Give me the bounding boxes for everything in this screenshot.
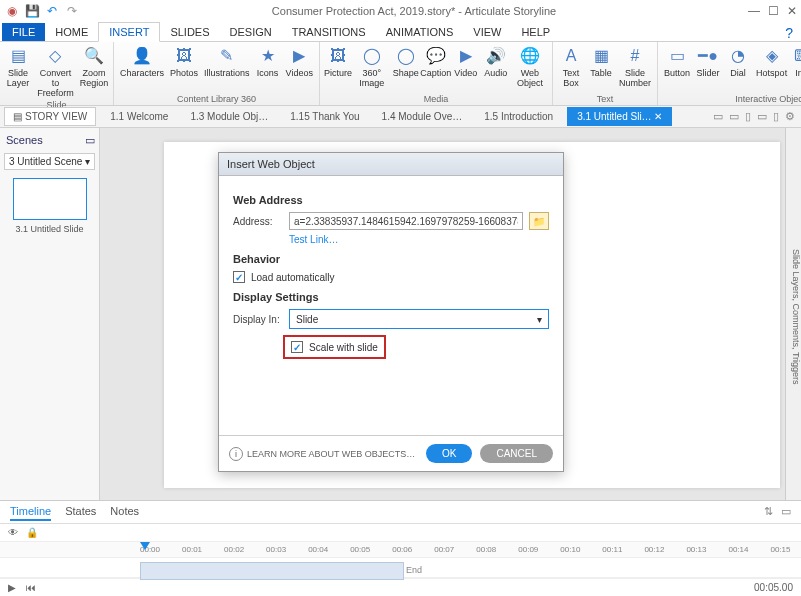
btn-characters[interactable]: 👤Characters bbox=[118, 44, 166, 80]
btn-shape[interactable]: ◯Shape bbox=[392, 44, 420, 80]
close-tab-icon[interactable]: ✕ bbox=[654, 111, 662, 122]
view-desktop-icon[interactable]: ▭ bbox=[713, 110, 723, 123]
cancel-button[interactable]: CANCEL bbox=[480, 444, 553, 463]
view-phone-land-icon[interactable]: ▭ bbox=[757, 110, 767, 123]
close-icon[interactable]: ✕ bbox=[787, 4, 797, 18]
btn-videos[interactable]: ▶Videos bbox=[284, 44, 315, 80]
ok-button[interactable]: OK bbox=[426, 444, 472, 463]
track-bar[interactable] bbox=[140, 562, 404, 580]
tab-view[interactable]: VIEW bbox=[463, 23, 511, 41]
btn-input[interactable]: ⌨Input bbox=[791, 44, 801, 80]
tab-transitions[interactable]: TRANSITIONS bbox=[282, 23, 376, 41]
dialog-title: Insert Web Object bbox=[219, 153, 563, 176]
address-label: Address: bbox=[233, 216, 283, 227]
btn-table[interactable]: ▦Table bbox=[587, 44, 615, 80]
btn-photos[interactable]: 🖼Photos bbox=[168, 44, 200, 80]
timeline-ruler[interactable]: 00:0000:0100:0200:0300:0400:0500:0600:07… bbox=[0, 542, 801, 558]
display-in-label: Display In: bbox=[233, 314, 283, 325]
section-display: Display Settings bbox=[233, 291, 549, 303]
load-auto-checkbox[interactable]: ✓ bbox=[233, 271, 245, 283]
insert-web-object-dialog: Insert Web Object Web Address Address: 📁… bbox=[218, 152, 564, 472]
tab-insert[interactable]: INSERT bbox=[98, 22, 160, 42]
btn-convert-freeform[interactable]: ◇Convert to Freeform bbox=[34, 44, 77, 100]
section-web-address: Web Address bbox=[233, 194, 549, 206]
chevron-down-icon: ▾ bbox=[537, 314, 542, 325]
story-view-button[interactable]: ▤STORY VIEW bbox=[4, 107, 96, 126]
maximize-icon[interactable]: ☐ bbox=[768, 4, 779, 18]
tab-animations[interactable]: ANIMATIONS bbox=[376, 23, 464, 41]
scale-with-slide-checkbox[interactable]: ✓ bbox=[291, 341, 303, 353]
timeline-time: 00:05.00 bbox=[754, 582, 793, 593]
view-tablet-port-icon[interactable]: ▯ bbox=[745, 110, 751, 123]
timeline-options-icon[interactable]: ⇅ bbox=[764, 505, 773, 521]
display-in-dropdown[interactable]: Slide▾ bbox=[289, 309, 549, 329]
btn-video[interactable]: ▶Video bbox=[452, 44, 480, 80]
btn-zoom-region[interactable]: 🔍Zoom Region bbox=[79, 44, 109, 90]
btn-text-box[interactable]: AText Box bbox=[557, 44, 585, 90]
qat-save-icon[interactable]: 💾 bbox=[24, 3, 40, 19]
btn-dial[interactable]: ◔Dial bbox=[724, 44, 752, 80]
btn-360image[interactable]: ◯360° Image bbox=[354, 44, 390, 90]
chevron-down-icon: ▾ bbox=[85, 156, 90, 167]
qat-redo-icon[interactable]: ↷ bbox=[64, 3, 80, 19]
test-link[interactable]: Test Link… bbox=[289, 234, 549, 245]
btn-illustrations[interactable]: ✎Illustrations bbox=[202, 44, 252, 80]
slide-thumb-label: 3.1 Untitled Slide bbox=[4, 224, 95, 234]
rewind-icon[interactable]: ⏮ bbox=[26, 582, 36, 593]
section-behavior: Behavior bbox=[233, 253, 549, 265]
slide-tab[interactable]: 1.15 Thank You bbox=[282, 108, 367, 125]
tab-slides[interactable]: SLIDES bbox=[160, 23, 219, 41]
slide-tab[interactable]: 1.3 Module Obj… bbox=[182, 108, 276, 125]
info-icon: i bbox=[229, 447, 243, 461]
btn-button[interactable]: ▭Button bbox=[662, 44, 692, 80]
right-collapsed-panel[interactable]: Slide Layers, Comments, Triggers bbox=[785, 128, 801, 500]
view-tablet-land-icon[interactable]: ▭ bbox=[729, 110, 739, 123]
btn-hotspot[interactable]: ◈Hotspot bbox=[754, 44, 789, 80]
ribbon: ▤Slide Layer ◇Convert to Freeform 🔍Zoom … bbox=[0, 42, 801, 106]
qat-undo-icon[interactable]: ↶ bbox=[44, 3, 60, 19]
lock-icon[interactable]: 🔒 bbox=[26, 527, 38, 538]
btn-icons[interactable]: ★Icons bbox=[254, 44, 282, 80]
btn-slide-number[interactable]: #Slide Number bbox=[617, 44, 653, 90]
slide-tab-active[interactable]: 3.1 Untitled Sli… ✕ bbox=[567, 107, 672, 126]
slide-thumbnail[interactable] bbox=[13, 178, 87, 220]
browse-button[interactable]: 📁 bbox=[529, 212, 549, 230]
view-phone-port-icon[interactable]: ▯ bbox=[773, 110, 779, 123]
scenes-menu-icon[interactable]: ▭ bbox=[85, 134, 95, 147]
address-input[interactable] bbox=[289, 212, 523, 230]
settings-gear-icon[interactable]: ⚙ bbox=[785, 110, 795, 123]
tab-help[interactable]: HELP bbox=[511, 23, 560, 41]
scene-dropdown[interactable]: 3 Untitled Scene▾ bbox=[4, 153, 95, 170]
titlebar: ◉ 💾 ↶ ↷ Consumer Protection Act, 2019.st… bbox=[0, 0, 801, 22]
timeline-track[interactable]: End bbox=[0, 558, 801, 578]
btn-web-object[interactable]: 🌐Web Object bbox=[512, 44, 548, 90]
playhead-icon[interactable] bbox=[140, 542, 150, 550]
scenes-title: Scenes bbox=[6, 134, 43, 147]
load-auto-label: Load automatically bbox=[251, 272, 334, 283]
learn-more-link[interactable]: iLEARN MORE ABOUT WEB OBJECTS… bbox=[229, 447, 418, 461]
scenes-panel: Scenes▭ 3 Untitled Scene▾ 3.1 Untitled S… bbox=[0, 128, 100, 500]
help-icon[interactable]: ? bbox=[785, 25, 801, 41]
btn-slide-layer[interactable]: ▤Slide Layer bbox=[4, 44, 32, 90]
slide-tab[interactable]: 1.1 Welcome bbox=[102, 108, 176, 125]
timeline-panel-icon[interactable]: ▭ bbox=[781, 505, 791, 521]
tab-states[interactable]: States bbox=[65, 505, 96, 521]
minimize-icon[interactable]: — bbox=[748, 4, 760, 18]
slide-tab[interactable]: 1.5 Introduction bbox=[476, 108, 561, 125]
slide-tab[interactable]: 1.4 Module Ove… bbox=[374, 108, 471, 125]
visibility-icon[interactable]: 👁 bbox=[8, 527, 18, 538]
tab-file[interactable]: FILE bbox=[2, 23, 45, 41]
scale-with-slide-label: Scale with slide bbox=[309, 342, 378, 353]
menu-tabs: FILE HOME INSERT SLIDES DESIGN TRANSITIO… bbox=[0, 22, 801, 42]
doc-tabstrip: ▤STORY VIEW 1.1 Welcome 1.3 Module Obj… … bbox=[0, 106, 801, 128]
btn-slider[interactable]: ━●Slider bbox=[694, 44, 722, 80]
tab-timeline[interactable]: Timeline bbox=[10, 505, 51, 521]
play-icon[interactable]: ▶ bbox=[8, 582, 16, 593]
btn-picture[interactable]: 🖼Picture bbox=[324, 44, 352, 80]
btn-caption[interactable]: 💬Caption bbox=[422, 44, 450, 80]
tab-notes[interactable]: Notes bbox=[110, 505, 139, 521]
app-title: Consumer Protection Act, 2019.story* - A… bbox=[80, 5, 748, 17]
btn-audio[interactable]: 🔊Audio bbox=[482, 44, 510, 80]
tab-design[interactable]: DESIGN bbox=[220, 23, 282, 41]
tab-home[interactable]: HOME bbox=[45, 23, 98, 41]
